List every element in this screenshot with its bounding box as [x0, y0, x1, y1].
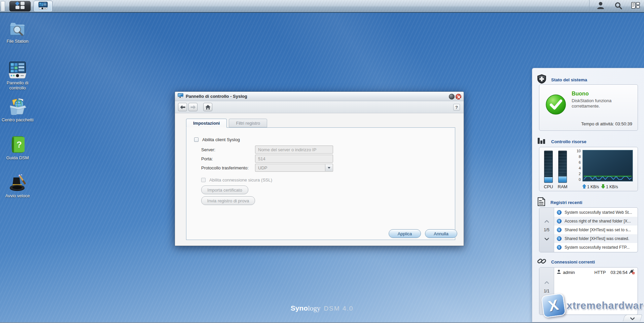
desktop-icon-label: Pannello di controllo	[0, 80, 35, 90]
port-label: Porta:	[201, 156, 213, 161]
close-icon	[457, 95, 461, 99]
disconnect-icon[interactable]	[629, 270, 635, 275]
resource-monitor-header: Controllo risorse	[537, 136, 586, 147]
desktop-icon-package-center[interactable]: Centro pacchetti	[0, 98, 35, 122]
watermark-logo-icon: X	[541, 293, 566, 318]
desktop-icon-dsm-help[interactable]: ? Guida DSM	[0, 136, 35, 160]
cpu-meter-fill	[544, 177, 552, 183]
protocol-label: Protocollo trasferimento:	[201, 165, 249, 170]
section-title: Controllo risorse	[551, 139, 586, 144]
info-icon: i	[557, 219, 562, 224]
status-ok-icon	[545, 94, 566, 116]
enable-syslog-checkbox[interactable]	[194, 137, 199, 142]
section-title: Connessioni correnti	[551, 259, 595, 265]
window-titlebar[interactable]: Pannello di controllo - Syslog	[175, 92, 464, 101]
status-value: Buono	[572, 91, 625, 97]
protocol-value: UDP	[258, 165, 267, 170]
info-icon: i	[557, 228, 562, 232]
search-icon	[614, 2, 622, 11]
pilot-view-icon	[631, 2, 640, 10]
forward-icon	[190, 105, 196, 109]
home-icon	[205, 105, 211, 110]
pager-down-icon[interactable]	[544, 236, 549, 242]
chevron-down-icon	[325, 164, 332, 171]
taskbar	[0, 0, 644, 13]
home-button[interactable]	[203, 103, 212, 111]
link-icon	[537, 256, 546, 267]
minimize-button[interactable]	[449, 94, 455, 99]
ram-label: RAM	[558, 184, 568, 189]
close-button[interactable]	[456, 94, 461, 99]
recent-logs-card: 1/5 i System successfully started Web St…	[539, 207, 638, 252]
ytick: 6	[575, 160, 581, 164]
system-status-card: Buono DiskStation funziona correttamente…	[539, 84, 638, 131]
log-row: i Shared folder [XHTest] was set to s...	[554, 226, 637, 234]
ram-meter	[558, 151, 567, 183]
ssl-label: Abilita connessione sicura (SSL)	[209, 177, 272, 183]
watermark: X xtremehardware.it	[542, 294, 644, 317]
ytick: 8	[575, 155, 581, 159]
desktop-icon-quick-start[interactable]: Avvio veloce	[0, 173, 35, 198]
ytick: 4	[575, 166, 581, 170]
log-row: i System successfully started Web St...	[554, 208, 637, 217]
dsm-help-icon: ?	[0, 136, 35, 154]
brand-light: logy	[308, 304, 320, 312]
brand-version: DSM 4.0	[324, 305, 353, 312]
connection-row: admin HTTP 03:26:54	[554, 268, 637, 277]
desktop-icon-control-panel[interactable]: Pannello di controllo	[0, 61, 35, 90]
widget-panel: Stato del sistema Buono DiskStation funz…	[532, 68, 644, 322]
system-status-header: Stato del sistema	[537, 74, 587, 85]
server-label: Server:	[201, 147, 215, 152]
log-text: Shared folder [XHTest] was set to s...	[565, 228, 631, 232]
shield-icon	[537, 74, 546, 85]
document-icon	[537, 197, 546, 208]
enable-syslog-label: Abilita client Syslog	[202, 137, 240, 142]
port-input	[255, 155, 333, 163]
forward-button[interactable]	[188, 103, 198, 111]
logs-page-indicator: 1/5	[544, 228, 549, 232]
search-button[interactable]	[612, 1, 624, 11]
desktop-icon-label: Guida DSM	[0, 155, 35, 160]
desktop-icon-label: File Station	[0, 39, 35, 44]
tab-impostazioni[interactable]: Impostazioni	[186, 119, 227, 128]
pilot-view-button[interactable]	[629, 1, 642, 11]
ytick: 10	[575, 149, 581, 153]
cpu-label: CPU	[543, 184, 553, 189]
back-button[interactable]	[178, 103, 187, 111]
desktop-icon-label: Avvio veloce	[0, 193, 35, 198]
tab-bar: Impostazioni Filtri registro	[186, 119, 269, 127]
window-title-icon	[178, 93, 183, 99]
user-icon	[597, 1, 604, 11]
show-desktop-button[interactable]	[1, 1, 5, 11]
server-input	[255, 146, 333, 154]
download-rate: 1 KB/s	[606, 185, 618, 189]
protocol-select: UDP	[255, 164, 333, 172]
taskbar-task-control-panel[interactable]	[34, 1, 52, 12]
cancel-button[interactable]: Annulla	[425, 229, 457, 238]
send-test-log-button: Invia registro di prova	[201, 196, 255, 205]
pager-up-icon[interactable]	[544, 279, 549, 285]
window-content: Impostazioni Filtri registro Abilita cli…	[175, 113, 464, 246]
apply-button[interactable]: Applica	[389, 229, 421, 238]
ssl-checkbox	[201, 178, 206, 182]
log-row: i Shared folder [XHTest] was created.	[554, 234, 637, 243]
user-button[interactable]	[594, 1, 607, 11]
bar-chart-icon	[537, 136, 546, 147]
taskbar-right-group	[589, 0, 642, 12]
pager-up-icon[interactable]	[544, 218, 549, 224]
main-menu-button[interactable]	[9, 1, 31, 11]
info-icon: i	[557, 236, 562, 241]
help-button[interactable]: ?	[453, 104, 460, 111]
tab-filtri-registro[interactable]: Filtri registro	[229, 119, 267, 127]
network-rates: 1 KB/s 1 KB/s	[582, 184, 618, 190]
desktop-icon-file-station[interactable]: File Station	[0, 21, 35, 44]
log-text: Shared folder [XHTest] was created.	[565, 236, 629, 241]
import-certificate-button: Importa certificato	[201, 186, 248, 194]
download-arrow-icon	[601, 184, 605, 190]
desktop: File Station Pannello di controllo	[0, 0, 644, 323]
logs-pager: 1/5	[539, 208, 554, 252]
section-title: Stato del sistema	[551, 77, 587, 82]
log-text: System successfully restarted FTP...	[565, 245, 630, 250]
window-toolbar	[175, 101, 464, 113]
control-panel-icon	[38, 2, 48, 11]
